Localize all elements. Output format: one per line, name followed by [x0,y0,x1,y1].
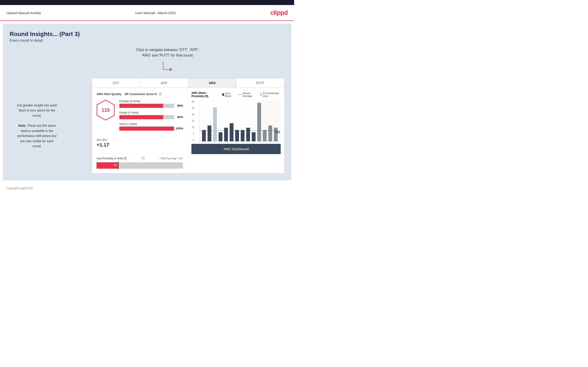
rough-bar: Rough (5 shots) 80% [119,111,183,119]
proximity-section: Avg Proximity to Hole (ft) ? ↑ PGA Tour … [96,153,183,169]
section-title: ARG Shot Quality 6ft Conversion Zone % ? [96,92,183,96]
chart-area: 8 [200,100,281,142]
chart-svg [200,100,281,141]
legend-hatched-icon [260,93,262,96]
fairway-track: 80% [119,104,174,108]
y-axis: 30 25 20 15 10 5 0 [192,100,195,141]
header: Upload Manual Activity User Manual - Mar… [0,5,294,21]
tab-app[interactable]: APP [140,78,188,88]
chart-container: 8 [191,100,281,142]
main-content: Round Insights... (Part 3) Every round i… [3,24,291,180]
legend-up-down: Up & Down [222,92,235,97]
info-icon[interactable]: ? [159,93,162,96]
top-bar [0,0,294,5]
conversion-zone-label: 6ft Conversion Zone % [125,92,157,96]
rough-track: 80% [119,115,174,119]
svg-rect-12 [235,130,239,141]
tab-arg[interactable]: ARG [188,78,236,88]
svg-rect-14 [246,128,250,141]
legend-square-icon [222,93,224,96]
insight-line1: Get greater insight into each facet of y… [17,103,57,117]
page-title: Round Insights... (Part 3) [9,31,285,38]
round-insights-card: OTT APP ARG PUTT ARG Shot Quality 6ft Co… [92,78,285,174]
card-wrapper: OTT APP ARG PUTT ARG Shot Quality 6ft Co… [51,78,285,174]
left-description: Get greater insight into each facet of y… [9,78,51,174]
svg-rect-9 [219,132,223,141]
proximity-value: 77' [114,164,117,167]
copyright: Copyright Clippd 2021 [6,187,34,190]
document-title: User Manual - March 2022 [135,11,176,15]
fairway-bar: Fairway (5 shots) 80% [119,100,183,108]
nav-hint-line2: 'ARG' and 'PUTT' for that round. [141,53,193,57]
arrow-indicator [51,60,285,74]
svg-rect-6 [202,130,206,141]
top-section: Click to navigate between 'OTT', 'APP', … [9,47,285,78]
arg-dashboard-button[interactable]: ARG Dashboard [191,144,281,154]
sand-pct: 100% [176,126,183,131]
upload-manual-link[interactable]: Upload Manual Activity [6,11,41,15]
insight-note: Note: [18,124,26,128]
sg-section: SG ARG +1.17 [96,138,183,148]
svg-rect-13 [241,130,245,141]
pga-label: ↑ PGA Tour Avg: 7'10" [159,157,183,160]
proximity-bar-track: 77' [96,162,183,169]
svg-rect-7 [208,125,212,141]
svg-rect-16 [257,103,261,141]
y-label-30: 30 [192,100,195,103]
legend-dashed-icon [239,94,242,95]
svg-rect-17 [263,130,267,141]
hex-value: 115 [102,107,110,113]
chart-header: ARG Shots - Proximity (ft) Up & Down Rou… [191,92,281,98]
rough-pct: 80% [177,115,183,119]
proximity-bar-fill: 77' [96,162,118,169]
y-label-0: 0 [192,139,195,141]
proximity-header: Avg Proximity to Hole (ft) ? ↑ PGA Tour … [96,157,183,160]
y-label-10: 10 [192,126,195,129]
y-label-15: 15 [192,120,195,122]
fairway-pct: 80% [177,104,183,108]
svg-rect-8 [213,107,217,141]
fairway-label: Fairway (5 shots) [119,100,183,103]
tab-putt[interactable]: PUTT [236,78,284,88]
rough-label: Rough (5 shots) [119,111,183,114]
nav-hint: Click to navigate between 'OTT', 'APP', … [51,47,285,78]
card-body: ARG Shot Quality 6ft Conversion Zone % ?… [92,88,284,173]
arg-shot-quality-label: ARG Shot Quality [96,92,121,96]
sand-fill [119,126,174,131]
y-label-20: 20 [192,113,195,116]
svg-rect-11 [230,123,233,141]
proximity-cursor [118,162,119,169]
legend-conversion-zone: 6 ft conversion zone [260,92,281,97]
proximity-info-icon[interactable]: ? [141,157,145,160]
svg-rect-19 [274,128,278,141]
tabs: OTT APP ARG PUTT [92,78,284,88]
sand-label: Sand (1 shots) [119,122,183,125]
svg-rect-10 [224,128,228,141]
nav-hint-line1: Click to navigate between 'OTT', 'APP', [136,48,199,52]
rough-fill [119,115,163,119]
hex-container: 115 Fairway (5 shots) 80% [96,100,183,134]
hex-score: 115 [96,100,115,121]
proximity-label: Avg Proximity to Hole (ft) [96,157,127,160]
page-subtitle: Every round in detail [9,39,285,43]
svg-marker-2 [170,68,172,71]
shot-bars: Fairway (5 shots) 80% Rough (5 shots) [119,100,183,134]
svg-rect-18 [268,125,272,141]
logo: clippd [270,9,288,17]
content-layout: Get greater insight into each facet of y… [9,78,285,174]
left-panel: ARG Shot Quality 6ft Conversion Zone % ?… [92,88,188,173]
right-panel: ARG Shots - Proximity (ft) Up & Down Rou… [188,88,284,173]
tab-ott[interactable]: OTT [92,78,140,88]
sand-bar: Sand (1 shots) 100% [119,122,183,131]
footer: Copyright Clippd 2021 [0,183,294,193]
fairway-fill [119,104,163,108]
chart-title: ARG Shots - Proximity (ft) [191,92,219,98]
y-label-25: 25 [192,107,195,109]
legend-round-avg: Round Average [239,92,257,97]
sg-value: +1.17 [96,142,183,148]
insight-text: Get greater insight into each facet of y… [17,103,58,149]
sand-track: 100% [119,126,174,131]
svg-rect-15 [252,132,256,141]
y-label-5: 5 [192,133,195,135]
sg-label: SG ARG [96,138,183,142]
